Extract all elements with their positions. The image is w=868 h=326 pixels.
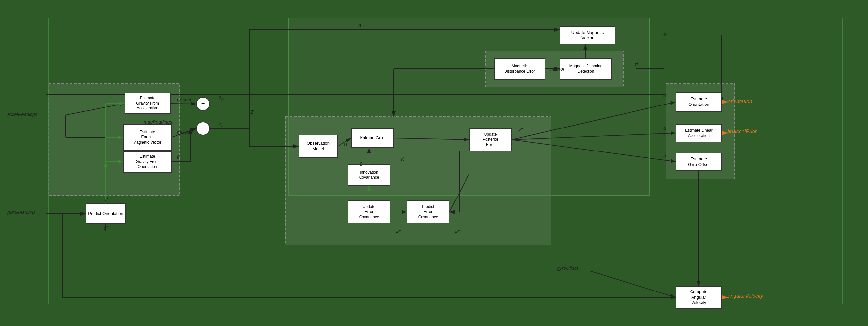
z-label: z bbox=[251, 108, 254, 115]
s-label: S bbox=[359, 161, 363, 167]
zm-label: zm bbox=[219, 121, 225, 127]
angular-velocity-label: angularVelocity bbox=[727, 293, 763, 299]
predict-orientation-block: Predict Orientation bbox=[86, 203, 126, 224]
a-plus-label: a+ bbox=[663, 124, 668, 131]
update-error-cov-block: UpdateErrorCovariance bbox=[348, 200, 391, 223]
m-error-label: mError bbox=[551, 66, 564, 72]
g-label: g bbox=[177, 154, 180, 159]
p-plus-label: P+ bbox=[395, 228, 401, 235]
g-accel-label: gAccel bbox=[177, 97, 191, 102]
observation-model-block: ObservationModel bbox=[299, 135, 338, 158]
mag-readings-label: magReadings bbox=[144, 119, 172, 125]
tf-label: tf bbox=[635, 62, 638, 68]
subtract-g-block: − bbox=[196, 97, 210, 111]
p-minus-label: P− bbox=[454, 228, 460, 235]
x-plus-label: x+ bbox=[518, 127, 523, 133]
predict-error-cov-block: PredictErrorCovariance bbox=[407, 200, 450, 223]
estimate-gravity-accel-block: EstimateGravity FromAcceleration bbox=[125, 93, 170, 114]
m-top-label: m bbox=[358, 22, 363, 28]
innovation-cov-block: InnovationCovariance bbox=[348, 164, 391, 186]
estimate-linear-accel-block: Estimate LinearAcceleration bbox=[676, 124, 722, 142]
lin-accel-prior-label: linAccelPrior bbox=[727, 129, 757, 135]
q-minus-predict-label: q− bbox=[104, 224, 108, 231]
q-minus-top-label: q− bbox=[663, 91, 668, 98]
orientation-output-label: orientation bbox=[727, 99, 752, 105]
mag-disturbance-block: MagneticDisturbance Error bbox=[494, 58, 545, 80]
gyro-readings-label: gyroReadings bbox=[7, 210, 35, 215]
estimate-gyro-offset-block: EstimateGyro Offset bbox=[676, 153, 722, 171]
estimate-earth-mag-block: EstimateEarth'sMagnetic Vector bbox=[123, 124, 172, 151]
q-plus-predict-label: q+ bbox=[104, 196, 108, 202]
estimate-gravity-orient-block: EstimateGravity FromOrientation bbox=[123, 151, 172, 172]
compute-angular-vel-block: ComputeAngularVelocity bbox=[676, 286, 722, 309]
mag-jamming-block: Magnetic JammingDetection bbox=[560, 58, 612, 80]
zg-label: zg bbox=[219, 94, 223, 101]
gyro-offset-label: gyroOffset bbox=[557, 266, 578, 271]
update-mag-vector-block: Update MagneticVector bbox=[560, 26, 615, 44]
update-posterior-block: UpdatePosteriorError bbox=[469, 128, 512, 151]
kalman-gain-block: Kalman Gain bbox=[351, 128, 394, 148]
h-label: H bbox=[344, 141, 347, 147]
q-plus-top-label: q+ bbox=[663, 30, 668, 37]
diagram-container: Predict Orientation EstimateGravity From… bbox=[0, 0, 868, 326]
m-gyro-label: mGyro bbox=[177, 130, 191, 135]
b-plus-label: b+ bbox=[663, 152, 668, 158]
k-label: K bbox=[401, 156, 404, 162]
accel-readings-label: accelReadings bbox=[7, 112, 37, 117]
estimate-orientation-block: EstimateOrientation bbox=[676, 92, 722, 112]
subtract-m-block: − bbox=[196, 121, 210, 135]
